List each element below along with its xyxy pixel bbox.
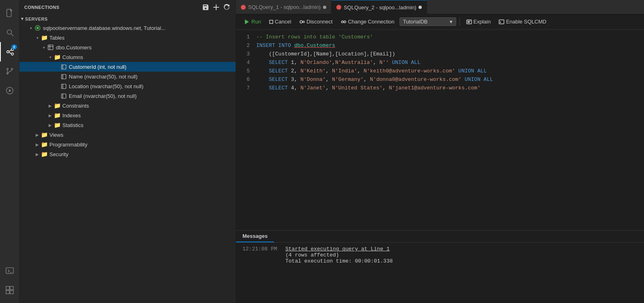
column-location-icon <box>60 83 67 90</box>
chevron-down-icon: ▾ <box>450 19 453 25</box>
svg-rect-16 <box>6 286 9 290</box>
activity-run-debug[interactable] <box>0 81 19 100</box>
activity-search[interactable] <box>0 23 19 42</box>
editor-container: 1 2 3 4 5 6 7 -- Insert rows into table … <box>236 30 644 303</box>
statistics-folder-icon: 📁 <box>53 121 61 129</box>
messages-header[interactable]: Messages <box>236 231 274 242</box>
column-customerid[interactable]: CustomerId (int, not null) <box>19 62 236 72</box>
svg-point-10 <box>11 68 13 70</box>
programmability-node[interactable]: ▶ 📁 Programmability <box>19 140 236 149</box>
tables-node[interactable]: ▾ 📁 Tables <box>19 33 236 42</box>
servers-section-header[interactable]: ▾ SERVERS <box>19 15 236 23</box>
connections-badge: 2 <box>11 44 17 49</box>
disconnect-button[interactable]: Disconnect <box>296 17 336 26</box>
security-folder-icon: 📁 <box>40 150 48 158</box>
message-time: 12:21:08 PM <box>242 246 279 264</box>
toolbar: Run Cancel Disconnect Change Connection <box>236 14 644 30</box>
svg-point-5 <box>11 53 13 55</box>
run-button[interactable]: Run <box>241 17 264 26</box>
svg-marker-13 <box>9 89 11 92</box>
svg-line-47 <box>500 22 501 23</box>
cancel-button[interactable]: Cancel <box>266 17 294 26</box>
sidebar-title: CONNECTIONS <box>24 5 60 10</box>
programmability-folder-icon: 📁 <box>40 141 48 148</box>
svg-rect-29 <box>62 84 66 89</box>
line-numbers: 1 2 3 4 5 6 7 <box>236 33 256 227</box>
column-name[interactable]: Name (nvarchar(50), not null) <box>19 72 236 81</box>
enable-sqlcmd-button[interactable]: Enable SQLCMD <box>495 17 550 26</box>
constraints-node[interactable]: ▶ 📁 Constraints <box>19 101 236 110</box>
message-link: Started executing query at Line 1 <box>285 246 389 252</box>
security-node[interactable]: ▶ 📁 Security <box>19 149 236 159</box>
views-folder-icon: 📁 <box>40 131 48 138</box>
activity-files[interactable] <box>0 3 19 23</box>
explain-button[interactable]: Explain <box>463 17 494 26</box>
servers-expand-icon: ▾ <box>21 16 24 21</box>
svg-point-1 <box>7 30 11 34</box>
change-connection-button[interactable]: Change Connection <box>338 17 398 26</box>
tab2-label: SQLQuery_2 - sqlpoo...ladmin) <box>344 4 416 11</box>
message-rows-affected: (4 rows affected) <box>285 252 393 258</box>
svg-rect-31 <box>62 94 66 98</box>
database-selector[interactable]: TutorialDB ▾ <box>400 17 456 26</box>
svg-rect-19 <box>10 290 13 294</box>
code-line-3: ([CustomerId],[Name],[Location],[Email]) <box>256 50 636 58</box>
sidebar: CONNECTIONS ▾ SERVERS <box>19 0 236 303</box>
svg-rect-18 <box>6 290 9 294</box>
activity-extensions[interactable] <box>0 280 19 300</box>
svg-point-36 <box>303 21 304 23</box>
tables-folder-icon: 📁 <box>40 34 48 41</box>
sidebar-header: CONNECTIONS <box>19 0 236 15</box>
tab-sqlquery2[interactable]: SQLQuery_2 - sqlpoo...ladmin) <box>332 0 427 14</box>
dbo-customers-node[interactable]: ▾ dbo.Customers <box>19 42 236 52</box>
column-name-icon <box>60 73 67 80</box>
code-line-5: SELECT 2, N'Keith', N'India', N'keith0@a… <box>256 67 636 75</box>
svg-point-38 <box>341 21 343 23</box>
message-text: Started executing query at Line 1 (4 row… <box>285 246 393 264</box>
code-line-7: SELECT 4, N'Janet', N'United States', N'… <box>256 84 636 92</box>
svg-line-7 <box>9 52 11 54</box>
code-line-1: -- Insert rows into table 'Customers' <box>256 33 636 41</box>
column-email-icon <box>60 92 67 100</box>
activity-source-control[interactable] <box>0 61 19 81</box>
messages-content: 12:21:08 PM Started executing query at L… <box>236 243 644 303</box>
tree-container: ▾ SERVERS ▾ sqlpoolservername.database.w… <box>19 15 236 303</box>
new-connection-button[interactable] <box>212 3 220 11</box>
activity-terminal[interactable] <box>0 261 19 280</box>
server-node[interactable]: ▾ sqlpoolservername.database.windows.net… <box>19 23 236 33</box>
refresh-connections-button[interactable] <box>223 3 231 11</box>
tab1-label: SQLQuery_1 - sqlpoo...ladmin) <box>248 4 321 10</box>
save-connections-button[interactable] <box>202 3 210 11</box>
svg-rect-17 <box>10 286 13 290</box>
code-lines: -- Insert rows into table 'Customers' IN… <box>256 33 644 227</box>
svg-line-6 <box>9 50 11 51</box>
svg-point-8 <box>6 68 8 70</box>
columns-folder-icon: 📁 <box>53 53 61 61</box>
tab-sqlquery1[interactable]: SQLQuery_1 - sqlpoo...ladmin) <box>236 0 332 14</box>
indexes-node[interactable]: ▶ 📁 Indexes <box>19 110 236 120</box>
svg-point-39 <box>344 21 346 23</box>
tab1-server-icon <box>241 5 246 10</box>
sidebar-actions <box>202 3 231 11</box>
column-location[interactable]: Location (nvarchar(50), not null) <box>19 81 236 91</box>
tab-bar: SQLQuery_1 - sqlpoo...ladmin) SQLQuery_2… <box>236 0 644 14</box>
svg-rect-45 <box>499 20 504 24</box>
code-line-4: SELECT 1, N'Orlando',N'Australia', N'' U… <box>256 58 636 67</box>
column-email[interactable]: Email (nvarchar(50), not null) <box>19 91 236 101</box>
constraints-folder-icon: 📁 <box>53 102 61 109</box>
table-icon <box>47 44 54 51</box>
activity-bar: 2 <box>0 0 19 303</box>
views-node[interactable]: ▶ 📁 Views <box>19 130 236 140</box>
svg-point-35 <box>300 21 302 23</box>
columns-node[interactable]: ▾ 📁 Columns <box>19 52 236 62</box>
svg-line-2 <box>11 34 13 36</box>
main-area: SQLQuery_1 - sqlpoo...ladmin) SQLQuery_2… <box>236 0 644 303</box>
tab1-dot <box>323 6 326 9</box>
activity-connections[interactable]: 2 <box>0 42 19 61</box>
svg-point-21 <box>36 27 39 29</box>
editor-area[interactable]: 1 2 3 4 5 6 7 -- Insert rows into table … <box>236 30 644 230</box>
code-line-6: SELECT 3, N'Donna', N'Germany', N'donna0… <box>256 75 636 84</box>
statistics-node[interactable]: ▶ 📁 Statistics <box>19 120 236 130</box>
svg-point-3 <box>6 51 9 53</box>
column-icon <box>60 63 67 70</box>
